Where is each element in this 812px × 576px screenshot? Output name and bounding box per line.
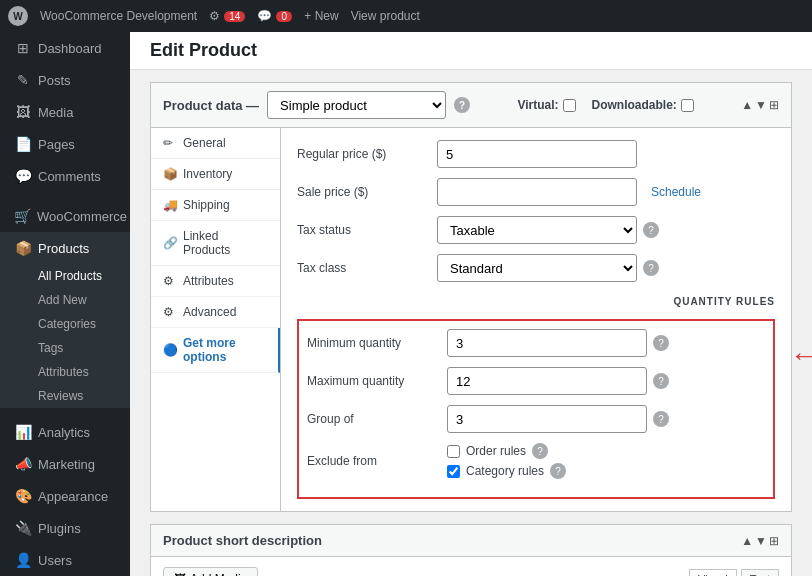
sidebar-item-appearance[interactable]: 🎨 Appearance [0, 480, 130, 512]
schedule-link[interactable]: Schedule [651, 185, 701, 199]
new-link[interactable]: + New [304, 9, 338, 23]
submenu-reviews[interactable]: Reviews [0, 384, 130, 408]
submenu-add-new[interactable]: Add New [0, 288, 130, 312]
add-media-icon: 🖼 [174, 572, 186, 576]
tax-class-control: Standard Reduced rate Zero rate ? [437, 254, 775, 282]
chevron-expand-btn[interactable]: ⊞ [769, 98, 779, 112]
view-product-link[interactable]: View product [351, 9, 420, 23]
downloadable-checkbox-label[interactable]: Downloadable: [592, 98, 694, 112]
tax-class-select[interactable]: Standard Reduced rate Zero rate [437, 254, 637, 282]
min-qty-label: Minimum quantity [307, 336, 447, 350]
regular-price-input[interactable] [437, 140, 637, 168]
sidebar-item-dashboard[interactable]: ⊞ Dashboard [0, 32, 130, 64]
tax-class-row: Tax class Standard Reduced rate Zero rat… [297, 254, 775, 282]
min-qty-help-icon[interactable]: ? [653, 335, 669, 351]
submenu-tags[interactable]: Tags [0, 336, 130, 360]
max-qty-help-icon[interactable]: ? [653, 373, 669, 389]
virtual-checkbox[interactable] [563, 99, 576, 112]
tax-status-help-icon[interactable]: ? [643, 222, 659, 238]
arrow-icon: ← [790, 342, 812, 370]
short-desc-down-btn[interactable]: ▼ [755, 534, 767, 548]
tab-linked-products[interactable]: 🔗 Linked Products [151, 221, 280, 266]
products-submenu: All Products Add New Categories Tags Att… [0, 264, 130, 408]
sidebar-item-products[interactable]: 📦 Products [0, 232, 130, 264]
linked-tab-icon: 🔗 [163, 236, 177, 250]
tax-status-select[interactable]: Taxable Shipping only None [437, 216, 637, 244]
sidebar-item-users[interactable]: 👤 Users [0, 544, 130, 576]
sidebar-item-analytics[interactable]: 📊 Analytics [0, 416, 130, 448]
tab-get-more[interactable]: 🔵 Get more options [151, 328, 280, 373]
comments-icon: 💬 [14, 168, 32, 184]
attributes-tab-icon: ⚙ [163, 274, 177, 288]
tax-status-label: Tax status [297, 223, 437, 237]
submenu-categories[interactable]: Categories [0, 312, 130, 336]
product-tabs: ✏ General 📦 Inventory 🚚 Shipping 🔗 [151, 128, 281, 511]
add-media-button[interactable]: 🖼 Add Media [163, 567, 258, 576]
max-qty-input[interactable] [447, 367, 647, 395]
chevron-down-btn[interactable]: ▼ [755, 98, 767, 112]
updates-link[interactable]: ⚙ 14 [209, 9, 245, 23]
quantity-rules-section: QUANTITY RULES Minimum quantity ? [297, 292, 775, 499]
product-type-select[interactable]: Simple product Grouped product External/… [267, 91, 446, 119]
order-rules-checkbox[interactable] [447, 445, 460, 458]
plugins-icon: 🔌 [14, 520, 32, 536]
advanced-tab-icon: ⚙ [163, 305, 177, 319]
marketing-icon: 📣 [14, 456, 32, 472]
exclude-from-label: Exclude from [307, 454, 447, 468]
product-data-header: Product data — Simple product Grouped pr… [151, 83, 791, 128]
exclude-from-row: Exclude from Order rules ? [307, 443, 765, 479]
site-name[interactable]: WooCommerce Development [40, 9, 197, 23]
chevron-up-btn[interactable]: ▲ [741, 98, 753, 112]
submenu-attributes[interactable]: Attributes [0, 360, 130, 384]
tab-general[interactable]: ✏ General [151, 128, 280, 159]
product-data-body: ✏ General 📦 Inventory 🚚 Shipping 🔗 [151, 128, 791, 511]
sidebar-item-plugins[interactable]: 🔌 Plugins [0, 512, 130, 544]
sale-price-input[interactable] [437, 178, 637, 206]
general-tab-icon: ✏ [163, 136, 177, 150]
tab-advanced[interactable]: ⚙ Advanced [151, 297, 280, 328]
tax-class-help-icon[interactable]: ? [643, 260, 659, 276]
sidebar-item-posts[interactable]: ✎ Posts [0, 64, 130, 96]
group-of-control: ? [447, 405, 765, 433]
group-of-label: Group of [307, 412, 447, 426]
category-rules-label[interactable]: Category rules ? [447, 463, 566, 479]
content-area: Edit Product Product data — Simple produ… [130, 32, 812, 576]
min-qty-row: Minimum quantity ? [307, 329, 765, 357]
wp-logo: W [8, 6, 28, 26]
tab-inventory[interactable]: 📦 Inventory [151, 159, 280, 190]
submenu-all-products[interactable]: All Products [0, 264, 130, 288]
visual-tab[interactable]: Visual [689, 569, 737, 576]
category-rules-help-icon[interactable]: ? [550, 463, 566, 479]
short-desc-up-btn[interactable]: ▲ [741, 534, 753, 548]
get-more-tab-icon: 🔵 [163, 343, 177, 357]
short-desc-expand-btn[interactable]: ⊞ [769, 534, 779, 548]
order-rules-help-icon[interactable]: ? [532, 443, 548, 459]
short-desc-header: Product short description ▲ ▼ ⊞ [151, 525, 791, 557]
group-of-input[interactable] [447, 405, 647, 433]
sidebar-item-comments[interactable]: 💬 Comments [0, 160, 130, 192]
sale-price-label: Sale price ($) [297, 185, 437, 199]
virtual-checkbox-label[interactable]: Virtual: [517, 98, 575, 112]
max-qty-control: ? [447, 367, 765, 395]
min-qty-control: ? [447, 329, 765, 357]
sidebar-item-pages[interactable]: 📄 Pages [0, 128, 130, 160]
comments-link[interactable]: 💬 0 [257, 9, 292, 23]
sidebar-item-marketing[interactable]: 📣 Marketing [0, 448, 130, 480]
min-qty-input[interactable] [447, 329, 647, 357]
group-of-help-icon[interactable]: ? [653, 411, 669, 427]
category-rules-checkbox[interactable] [447, 465, 460, 478]
tax-class-label: Tax class [297, 261, 437, 275]
short-desc-title: Product short description [163, 533, 322, 548]
product-type-help-icon[interactable]: ? [454, 97, 470, 113]
short-desc-toolbar-area: 🖼 Add Media Visual Text [163, 567, 779, 576]
appearance-icon: 🎨 [14, 488, 32, 504]
short-desc-box: Product short description ▲ ▼ ⊞ 🖼 Add Me… [150, 524, 792, 576]
text-tab[interactable]: Text [741, 569, 779, 576]
sidebar-item-woocommerce[interactable]: 🛒 WooCommerce [0, 200, 130, 232]
sidebar-item-media[interactable]: 🖼 Media [0, 96, 130, 128]
order-rules-label[interactable]: Order rules ? [447, 443, 548, 459]
quantity-rules-header: QUANTITY RULES [297, 292, 775, 315]
downloadable-checkbox[interactable] [681, 99, 694, 112]
tab-shipping[interactable]: 🚚 Shipping [151, 190, 280, 221]
tab-attributes[interactable]: ⚙ Attributes [151, 266, 280, 297]
